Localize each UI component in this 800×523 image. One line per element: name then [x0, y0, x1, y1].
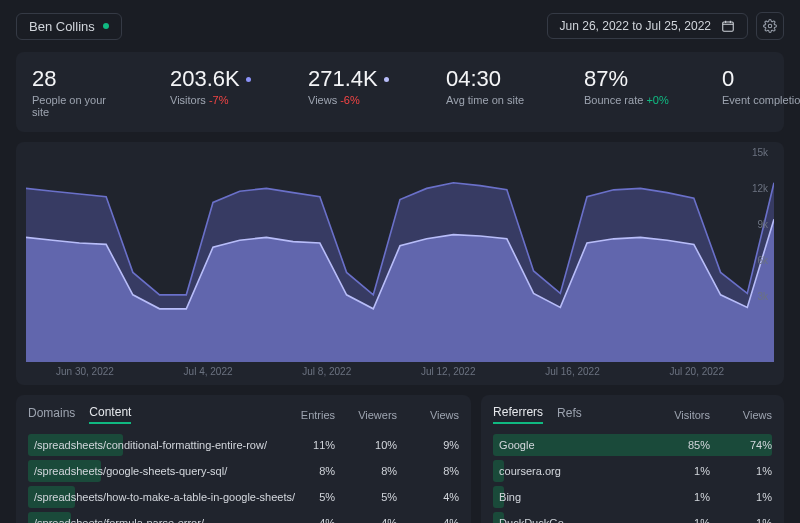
metric-label: Visitors -7%: [170, 94, 260, 106]
metric-value: 87%: [584, 66, 674, 92]
tab-refs[interactable]: Refs: [557, 406, 582, 423]
row-value: 4%: [419, 491, 459, 503]
row-value: 1%: [732, 491, 772, 503]
metric-value: 0: [722, 66, 800, 92]
x-tick: Jul 4, 2022: [184, 366, 233, 377]
table-row[interactable]: /spreadsheets/how-to-make-a-table-in-goo…: [28, 486, 459, 508]
metric-2[interactable]: 271.4K Views -6%: [308, 66, 398, 118]
y-tick: 6k: [757, 255, 768, 266]
tab-referrers[interactable]: Referrers: [493, 405, 543, 424]
series-dot-icon: [246, 77, 251, 82]
tab-domains[interactable]: Domains: [28, 406, 75, 423]
row-value: 4%: [419, 517, 459, 523]
calendar-icon: [721, 19, 735, 33]
table-row[interactable]: Bing1%1%: [493, 486, 772, 508]
table-row[interactable]: /spreadsheets/formula-parse-error/4%4%4%: [28, 512, 459, 523]
row-value: 85%: [670, 439, 710, 451]
y-tick: 3k: [757, 291, 768, 302]
metrics-bar: 28People on your site203.6K Visitors -7%…: [16, 52, 784, 132]
metric-value: 203.6K: [170, 66, 260, 92]
row-value: 10%: [357, 439, 397, 451]
row-value: 1%: [732, 465, 772, 477]
metric-4[interactable]: 87%Bounce rate +0%: [584, 66, 674, 118]
row-value: 1%: [732, 517, 772, 523]
row-value: 8%: [295, 465, 335, 477]
metric-label: People on your site: [32, 94, 122, 118]
row-label: Bing: [493, 491, 670, 503]
table-row[interactable]: DuckDuckGo1%1%: [493, 512, 772, 523]
table-row[interactable]: /spreadsheets/conditional-formatting-ent…: [28, 434, 459, 456]
row-value: 4%: [357, 517, 397, 523]
x-tick: Jul 16, 2022: [545, 366, 600, 377]
row-label: DuckDuckGo: [493, 517, 670, 523]
row-value: 4%: [295, 517, 335, 523]
metric-label: Event completions: [722, 94, 800, 106]
metric-value: 04:30: [446, 66, 536, 92]
y-tick: 12k: [752, 183, 768, 194]
row-value: 5%: [295, 491, 335, 503]
x-tick: Jul 20, 2022: [669, 366, 724, 377]
gear-icon: [763, 19, 777, 33]
topbar: Ben Collins Jun 26, 2022 to Jul 25, 2022: [16, 12, 784, 40]
x-tick: Jun 30, 2022: [56, 366, 114, 377]
x-tick: Jul 8, 2022: [302, 366, 351, 377]
series-dot-icon: [384, 77, 389, 82]
row-label: /spreadsheets/formula-parse-error/: [28, 517, 295, 523]
metric-value: 271.4K: [308, 66, 398, 92]
chart-x-axis: Jun 30, 2022Jul 4, 2022Jul 8, 2022Jul 12…: [26, 362, 774, 377]
svg-rect-0: [723, 22, 734, 31]
metric-value: 28: [32, 66, 122, 92]
user-picker[interactable]: Ben Collins: [16, 13, 122, 40]
content-headers: Entries Viewers Views: [295, 409, 459, 421]
row-value: 8%: [357, 465, 397, 477]
row-value: 9%: [419, 439, 459, 451]
x-tick: Jul 12, 2022: [421, 366, 476, 377]
row-label: Google: [493, 439, 670, 451]
metric-label: Views -6%: [308, 94, 398, 106]
table-row[interactable]: coursera.org1%1%: [493, 460, 772, 482]
status-dot-icon: [103, 23, 109, 29]
metric-label: Avg time on site: [446, 94, 536, 106]
row-label: /spreadsheets/how-to-make-a-table-in-goo…: [28, 491, 295, 503]
y-tick: 15k: [752, 147, 768, 158]
user-name: Ben Collins: [29, 19, 95, 34]
traffic-chart-card: 3k6k9k12k15k Jun 30, 2022Jul 4, 2022Jul …: [16, 142, 784, 385]
row-value: 1%: [670, 517, 710, 523]
metric-0[interactable]: 28People on your site: [32, 66, 122, 118]
row-value: 8%: [419, 465, 459, 477]
metric-1[interactable]: 203.6K Visitors -7%: [170, 66, 260, 118]
content-panel: Domains Content Entries Viewers Views /s…: [16, 395, 471, 523]
row-value: 5%: [357, 491, 397, 503]
row-label: coursera.org: [493, 465, 670, 477]
date-range-picker[interactable]: Jun 26, 2022 to Jul 25, 2022: [547, 13, 748, 39]
traffic-area-chart[interactable]: [26, 152, 774, 362]
date-range-text: Jun 26, 2022 to Jul 25, 2022: [560, 19, 711, 33]
referrers-headers: Visitors Views: [670, 409, 772, 421]
row-label: /spreadsheets/conditional-formatting-ent…: [28, 439, 295, 451]
row-value: 1%: [670, 465, 710, 477]
metric-5[interactable]: 0Event completions: [722, 66, 800, 118]
row-value: 11%: [295, 439, 335, 451]
settings-button[interactable]: [756, 12, 784, 40]
table-row[interactable]: Google85%74%: [493, 434, 772, 456]
tab-content[interactable]: Content: [89, 405, 131, 424]
row-value: 74%: [732, 439, 772, 451]
referrers-panel: Referrers Refs Visitors Views Google85%7…: [481, 395, 784, 523]
table-row[interactable]: /spreadsheets/google-sheets-query-sql/8%…: [28, 460, 459, 482]
svg-point-1: [768, 24, 772, 28]
row-value: 1%: [670, 491, 710, 503]
row-label: /spreadsheets/google-sheets-query-sql/: [28, 465, 295, 477]
metric-label: Bounce rate +0%: [584, 94, 674, 106]
y-tick: 9k: [757, 219, 768, 230]
metric-3[interactable]: 04:30Avg time on site: [446, 66, 536, 118]
